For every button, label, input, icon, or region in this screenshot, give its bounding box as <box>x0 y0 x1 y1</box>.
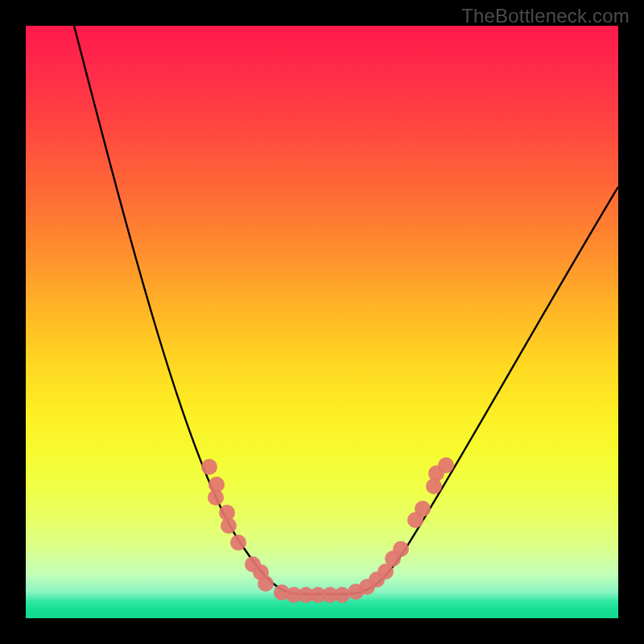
watermark-text: TheBottleneck.com <box>461 5 630 27</box>
curve-layer <box>26 26 618 618</box>
plot-area <box>26 26 618 618</box>
sample-point <box>393 541 409 557</box>
sample-point <box>201 459 217 475</box>
sample-point <box>258 576 274 592</box>
chart-frame: TheBottleneck.com <box>0 0 644 644</box>
sample-point <box>415 501 431 517</box>
sample-point <box>438 457 454 473</box>
bottleneck-curve <box>74 26 618 594</box>
sample-point <box>334 587 350 603</box>
sample-point <box>221 518 237 534</box>
sample-point <box>230 535 246 551</box>
sample-point <box>208 489 224 506</box>
